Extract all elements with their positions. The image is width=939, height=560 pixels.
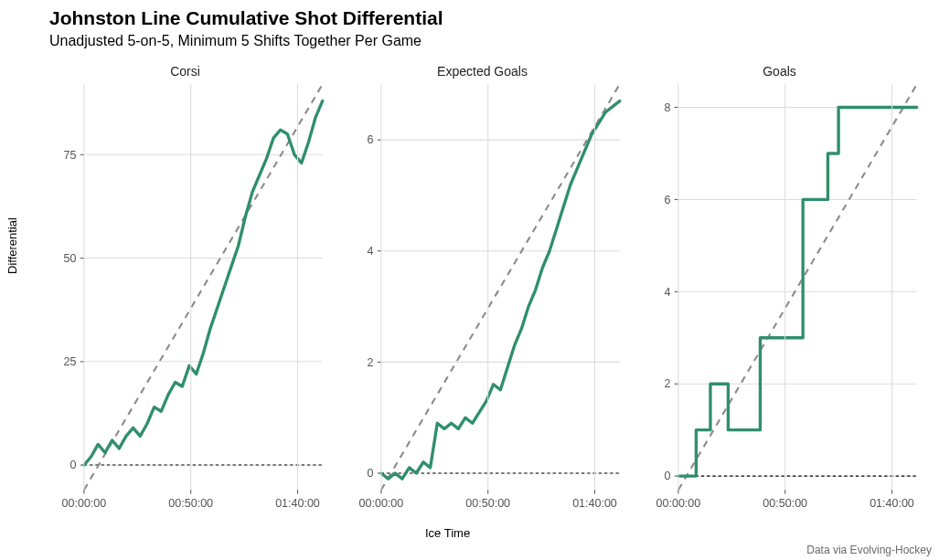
svg-text:00:50:00: 00:50:00	[763, 497, 807, 510]
svg-text:0: 0	[665, 470, 671, 482]
svg-text:6: 6	[665, 194, 671, 206]
panel-row: Corsi025507500:00:0000:50:0001:40:00Expe…	[37, 64, 928, 521]
svg-text:75: 75	[64, 149, 77, 162]
svg-text:6: 6	[368, 133, 374, 146]
svg-text:8: 8	[665, 101, 671, 114]
facet-label: Expected Goals	[334, 64, 631, 79]
svg-text:50: 50	[64, 252, 77, 265]
panel-goals: Goals0246800:00:0000:50:0001:40:00	[631, 64, 928, 521]
panel-corsi: Corsi025507500:00:0000:50:0001:40:00	[37, 64, 334, 521]
svg-line-62	[678, 84, 917, 490]
svg-text:0: 0	[70, 459, 77, 471]
svg-text:2: 2	[665, 377, 671, 390]
facet-label: Goals	[631, 64, 928, 79]
svg-text:00:50:00: 00:50:00	[168, 497, 213, 510]
facet-label: Corsi	[37, 64, 334, 79]
y-axis-label: Differential	[5, 217, 19, 274]
svg-text:01:40:00: 01:40:00	[870, 497, 914, 510]
plot-area: 024600:00:0000:50:0001:40:00	[339, 79, 625, 521]
svg-text:0: 0	[368, 467, 374, 480]
svg-line-13	[84, 84, 323, 490]
plot-area: 0246800:00:0000:50:0001:40:00	[636, 79, 923, 521]
svg-text:2: 2	[368, 356, 374, 369]
svg-text:00:00:00: 00:00:00	[62, 497, 107, 510]
svg-text:01:40:00: 01:40:00	[275, 497, 320, 510]
plot-area: 025507500:00:0000:50:0001:40:00	[42, 79, 328, 521]
svg-text:01:40:00: 01:40:00	[572, 497, 617, 510]
svg-text:4: 4	[368, 245, 374, 258]
chart-title: Johnston Line Cumulative Shot Differenti…	[49, 7, 443, 29]
svg-text:00:00:00: 00:00:00	[359, 497, 404, 510]
svg-line-36	[381, 84, 620, 490]
panel-expected-goals: Expected Goals024600:00:0000:50:0001:40:…	[334, 64, 631, 521]
svg-text:00:50:00: 00:50:00	[465, 497, 510, 510]
svg-text:25: 25	[64, 355, 77, 368]
svg-text:00:00:00: 00:00:00	[656, 497, 701, 510]
x-axis-label: Ice Time	[425, 526, 470, 540]
chart-subtitle: Unadjusted 5-on-5, Minimum 5 Shifts Toge…	[49, 33, 421, 49]
svg-text:4: 4	[665, 286, 671, 299]
chart-caption: Data via Evolving-Hockey	[806, 544, 932, 556]
